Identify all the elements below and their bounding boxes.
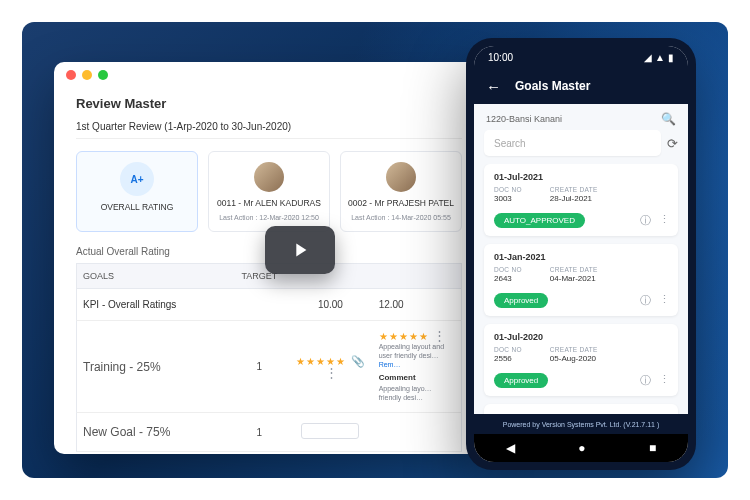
create-date-value: 04-Mar-2021 — [550, 274, 598, 283]
goal-value-a: 10.00 — [288, 289, 372, 320]
goals-list: 01-Jul-2021DOC NO3003CREATE DATE28-Jul-2… — [474, 164, 688, 414]
goal-target: 1 — [231, 417, 289, 448]
stage-background: Review Master 1st Quarter Review (1-Arp-… — [22, 22, 728, 478]
avatar-icon — [254, 162, 284, 192]
goal-target — [231, 295, 289, 315]
traffic-light-max-icon[interactable] — [98, 70, 108, 80]
doc-no-value: 2643 — [494, 274, 522, 283]
status-badge: AUTO_APPROVED — [494, 213, 585, 228]
goal-target: 1 — [231, 351, 289, 382]
doc-no-value: 3003 — [494, 194, 522, 203]
wifi-icon: ▲ — [655, 52, 665, 63]
search-icon[interactable]: 🔍 — [661, 112, 676, 126]
goal-name: New Goal - 75% — [77, 415, 231, 449]
info-icon[interactable]: ⓘ — [640, 213, 651, 228]
list-item[interactable]: 01-Jul-2021DOC NO3003CREATE DATE28-Jul-2… — [484, 164, 678, 236]
table-row: Training - 25% 1 ★★★★★ 📎 ⋮ ★★★★★ ⋮ Appea… — [76, 321, 462, 413]
doc-no-label: DOC NO — [494, 266, 522, 273]
traffic-light-min-icon[interactable] — [82, 70, 92, 80]
more-icon[interactable]: ⋮ — [659, 373, 670, 388]
more-icon[interactable]: ⋮ — [325, 365, 338, 380]
goal-name: KPI - Overall Ratings — [77, 289, 231, 320]
list-item[interactable]: 01-Jan-2021DOC NO2643CREATE DATE04-Mar-2… — [484, 244, 678, 316]
app-bar: ← Goals Master — [474, 68, 688, 104]
search-input[interactable]: Search — [484, 130, 661, 156]
item-date: 01-Jun-2020 — [494, 412, 668, 414]
list-item[interactable]: 01-Jul-2020DOC NO2556CREATE DATE05-Aug-2… — [484, 324, 678, 396]
more-icon[interactable]: ⋮ — [659, 213, 670, 228]
create-date-label: CREATE DATE — [550, 186, 598, 193]
play-icon — [289, 239, 311, 261]
doc-no-label: DOC NO — [494, 186, 522, 193]
create-date-label: CREATE DATE — [550, 266, 598, 273]
more-icon[interactable]: ⋮ — [659, 293, 670, 308]
status-bar: 10:00 ◢ ▲ ▮ — [474, 46, 688, 68]
status-badge: Approved — [494, 373, 548, 388]
star-rating-icon[interactable]: ★★★★★ — [379, 331, 429, 342]
rating-badge-icon: A+ — [120, 162, 154, 196]
video-play-button[interactable] — [265, 226, 335, 274]
android-navbar: ◀ ● ■ — [474, 434, 688, 462]
app-title: Goals Master — [515, 79, 590, 93]
reviewer-card[interactable]: 0002 - Mr PRAJESH PATEL Last Action : 14… — [340, 151, 462, 232]
doc-no-value: 2556 — [494, 354, 522, 363]
rating-note: Appealing layout and user friendly desi… — [379, 343, 444, 359]
traffic-light-close-icon[interactable] — [66, 70, 76, 80]
create-date-value: 28-Jul-2021 — [550, 194, 598, 203]
signal-icon: ◢ — [644, 52, 652, 63]
info-icon[interactable]: ⓘ — [640, 373, 651, 388]
item-date: 01-Jul-2021 — [494, 172, 668, 182]
period-subtitle: 1st Quarter Review (1-Arp-2020 to 30-Jun… — [76, 121, 291, 132]
reviewer-last-action: Last Action : 12-Mar-2020 12:50 — [215, 214, 323, 221]
reviewer-last-action: Last Action : 14-Mar-2020 05:55 — [347, 214, 455, 221]
reviewer-name: 0011 - Mr ALEN KADURAS — [215, 198, 323, 208]
create-date-label: CREATE DATE — [550, 346, 598, 353]
reviewer-card[interactable]: 0011 - Mr ALEN KADURAS Last Action : 12-… — [208, 151, 330, 232]
comment-text: Appealing layo… friendly desi… — [379, 384, 455, 402]
nav-back-icon[interactable]: ◀ — [506, 441, 515, 455]
table-row: New Goal - 75% 1 — [76, 413, 462, 452]
status-time: 10:00 — [488, 52, 513, 63]
paperclip-icon[interactable]: 📎 — [351, 355, 365, 367]
item-date: 01-Jan-2021 — [494, 252, 668, 262]
doc-no-label: DOC NO — [494, 346, 522, 353]
list-item[interactable]: 01-Jun-2020DOC NOCREATE DATEⓘ⋮ — [484, 404, 678, 414]
battery-icon: ▮ — [668, 52, 674, 63]
goal-value-b: 12.00 — [373, 289, 461, 320]
breadcrumb[interactable]: 1220-Bansi Kanani — [486, 114, 562, 124]
search-placeholder: Search — [494, 138, 526, 149]
rating-input[interactable] — [301, 423, 359, 439]
nav-home-icon[interactable]: ● — [578, 441, 585, 455]
comment-heading: Comment — [379, 373, 455, 382]
app-footer: Powered by Version Systems Pvt. Ltd. (V.… — [474, 414, 688, 434]
back-icon[interactable]: ← — [486, 78, 501, 95]
avatar-icon — [386, 162, 416, 192]
refresh-icon[interactable]: ⟳ — [667, 136, 678, 151]
table-row: KPI - Overall Ratings 10.00 12.00 — [76, 289, 462, 321]
overall-rating-label: OVERALL RATING — [83, 202, 191, 212]
th-goals: GOALS — [77, 264, 231, 288]
status-badge: Approved — [494, 293, 548, 308]
item-date: 01-Jul-2020 — [494, 332, 668, 342]
nav-recent-icon[interactable]: ■ — [649, 441, 656, 455]
create-date-value: 05-Aug-2020 — [550, 354, 598, 363]
reviewer-name: 0002 - Mr PRAJESH PATEL — [347, 198, 455, 208]
overall-rating-card[interactable]: A+ OVERALL RATING — [76, 151, 198, 232]
star-rating-icon[interactable]: ★★★★★ — [296, 356, 346, 367]
page-title: Review Master — [76, 96, 462, 111]
remove-link[interactable]: Rem… — [379, 361, 401, 368]
window-titlebar — [54, 62, 484, 88]
goal-name: Training - 25% — [77, 350, 231, 384]
phone-frame: 10:00 ◢ ▲ ▮ ← Goals Master 1220-Bansi Ka… — [466, 38, 696, 470]
info-icon[interactable]: ⓘ — [640, 293, 651, 308]
more-icon[interactable]: ⋮ — [433, 328, 446, 343]
